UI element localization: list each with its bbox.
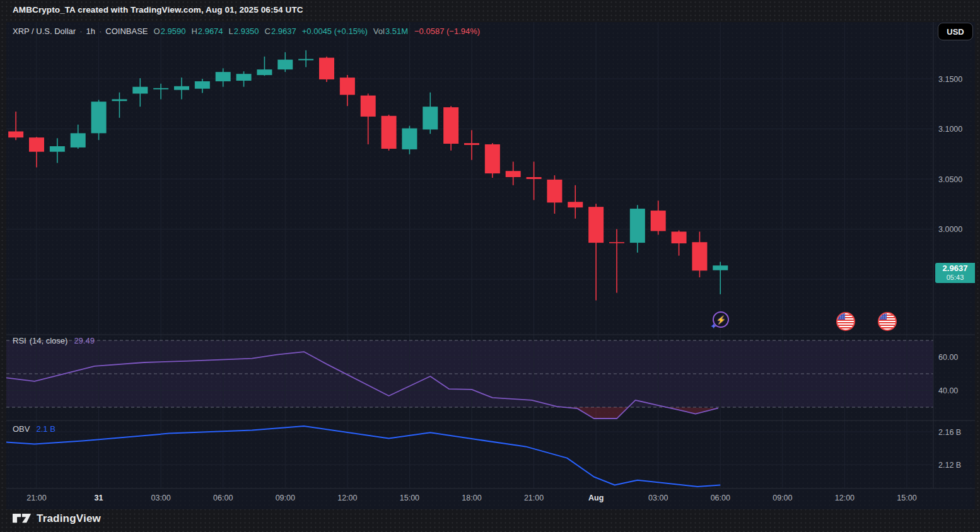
svg-text:21:00: 21:00 [524,494,544,502]
svg-text:12:00: 12:00 [835,494,855,502]
volume-label: Vol [373,26,385,36]
candle [443,107,458,144]
candle [216,72,231,81]
attribution-text: AMBCrypto_TA created with TradingView.co… [13,5,303,14]
svg-text:03:00: 03:00 [648,494,668,502]
svg-text:03:00: 03:00 [151,494,170,502]
close-value: 2.9637 [271,26,296,36]
obv-line [6,426,720,487]
candle [195,81,210,89]
candle [319,58,334,79]
lightning-icon: ⚡ [716,316,726,324]
change-24h-value: −0.0587 (−1.94%) [414,26,480,36]
candle [527,177,542,179]
sparkle-icon: ✦ [710,322,717,330]
svg-text:60.00: 60.00 [938,353,958,362]
currency-button[interactable]: USD [938,23,973,40]
candle [506,171,521,177]
low-label: L [229,26,233,36]
exchange-label: COINBASE [105,26,148,36]
svg-text:31: 31 [95,494,103,502]
obv-title: OBV [13,424,30,434]
svg-text:18:00: 18:00 [462,494,481,502]
candle [236,74,252,81]
legend-separator: · [99,26,102,36]
candle [402,129,417,149]
chart-canvas[interactable]: 3.15003.10003.05003.000060.0040.002.16 B… [6,22,975,509]
svg-text:15:00: 15:00 [400,494,419,502]
last-price-badge: 2.9637 05:43 [935,263,975,283]
candle [547,180,562,202]
candle [713,265,728,270]
svg-text:2.16 B: 2.16 B [938,428,961,437]
tradingview-wordmark: TradingView [37,512,101,525]
candle [485,144,500,173]
candle [91,101,107,133]
svg-text:15:00: 15:00 [897,494,916,502]
candle [651,211,666,231]
obv-value: 2.1 B [36,424,55,434]
legend-separator: · [79,26,82,36]
candle [692,242,707,270]
candle [174,86,189,90]
candle [672,231,687,243]
chart-widget: 3.15003.10003.05003.000060.0040.002.16 B… [6,22,975,509]
change-value: +0.0045 (+0.15%) [302,26,368,36]
candle [464,143,479,145]
symbol-title: XRP / U.S. Dollar [13,26,76,36]
svg-text:09:00: 09:00 [773,494,792,502]
volume-value: 3.51M [385,26,408,36]
us-economic-event-flag-icon[interactable] [878,312,897,331]
candle [423,107,438,129]
svg-text:3.1000: 3.1000 [938,125,962,134]
high-value: 2.9674 [198,26,223,36]
candle [630,209,645,243]
tradingview-logo-icon [13,512,32,526]
candle [8,131,23,137]
interval-label: 1h [86,26,95,36]
svg-text:3.1500: 3.1500 [938,75,962,84]
candle [609,242,624,243]
svg-text:09:00: 09:00 [276,494,295,502]
svg-text:3.0500: 3.0500 [938,175,962,184]
svg-text:06:00: 06:00 [711,494,730,502]
symbol-legend[interactable]: XRP / U.S. Dollar · 1h · COINBASE O 2.95… [13,26,480,36]
candle [153,88,168,90]
svg-text:21:00: 21:00 [26,494,46,502]
candle [112,99,127,101]
flag-canton [879,313,887,320]
candle [29,137,44,152]
candlestick-series[interactable] [8,50,728,301]
time-axis[interactable]: 21:003103:0006:0009:0012:0015:0018:0021:… [26,494,916,502]
svg-text:12:00: 12:00 [337,494,357,502]
svg-text:2.12 B: 2.12 B [938,461,961,470]
svg-text:40.00: 40.00 [938,386,958,395]
candle [340,78,355,95]
svg-text:06:00: 06:00 [213,494,233,502]
close-label: C [265,26,271,36]
rsi-oversold-fill [564,407,718,419]
tradingview-attribution-link[interactable]: TradingView [13,512,101,526]
svg-text:Aug: Aug [588,494,604,502]
candle [257,69,272,75]
rsi-value: 29.49 [74,336,95,345]
pane-separators [6,22,975,489]
candle [568,202,583,207]
rsi-indicator-legend[interactable]: RSI (14, close) 29.49 [13,336,95,345]
candle [588,207,604,243]
high-label: H [191,26,197,36]
rsi-title: RSI [13,336,26,345]
open-value: 2.9590 [161,26,186,36]
low-value: 2.9350 [234,26,259,36]
svg-text:3.0000: 3.0000 [938,225,962,234]
rsi-params: (14, close) [30,336,68,345]
ai-event-marker-icon[interactable]: ⚡✦ [711,311,729,329]
open-label: O [154,26,160,36]
candle [132,87,148,94]
flag-canton [837,313,845,320]
bar-countdown: 05:43 [935,274,975,282]
page-frame: AMBCrypto_TA created with TradingView.co… [0,0,980,532]
obv-indicator-legend[interactable]: OBV 2.1 B [13,424,55,434]
candle [277,60,293,70]
candle [71,133,86,147]
